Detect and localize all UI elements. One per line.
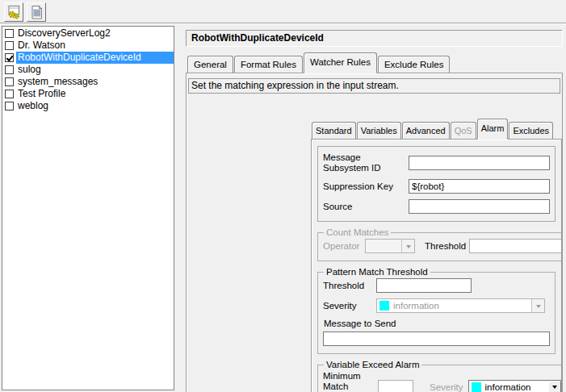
profile-label: sulog <box>16 64 174 76</box>
tab-general[interactable]: General <box>187 56 233 73</box>
variable-exceed-alarm-legend: Variable Exceed Alarm <box>324 360 421 369</box>
variable-exceed-alarm-group: Variable Exceed Alarm Minimum Match Coun… <box>317 360 562 392</box>
profile-list-item[interactable]: DiscoveryServerLog2 <box>2 27 174 40</box>
profile-label: system_messages <box>16 76 174 88</box>
count-matches-group: Count Matches Operator Threshold <box>317 227 562 261</box>
tab-qos: QoS <box>451 122 476 139</box>
profile-label: weblog <box>16 100 174 112</box>
pattern-match-threshold-group: Pattern Match Threshold Threshold Severi… <box>317 267 556 354</box>
variable-severity-label: Severity <box>430 382 463 392</box>
pattern-match-threshold-legend: Pattern Match Threshold <box>324 267 430 277</box>
suppression-key-input[interactable] <box>409 179 550 194</box>
tab-watcher-rules[interactable]: Watcher Rules <box>304 52 377 73</box>
minimum-match-count-label: Minimum Match Count <box>323 371 378 392</box>
main-tabs: General Format Rules Watcher Rules Exclu… <box>187 52 451 73</box>
tab-alarm[interactable]: Alarm <box>477 119 509 140</box>
pattern-severity-label: Severity <box>323 301 376 311</box>
message-subsystem-id-label: Message Subsystem ID <box>323 152 409 173</box>
tab-variables[interactable]: Variables <box>357 122 401 139</box>
profile-label: DiscoveryServerLog2 <box>16 27 174 40</box>
tab-exclude-rules[interactable]: Exclude Rules <box>378 56 451 73</box>
severity-color-swatch <box>379 301 389 311</box>
profile-list-item[interactable]: Dr. Watson <box>2 40 174 52</box>
rule-tabs: Standard Variables Advanced QoS Alarm Ex… <box>312 118 554 139</box>
profile-label: Test Profile <box>16 88 174 100</box>
minimum-match-count-input[interactable] <box>378 380 413 392</box>
variable-severity-combobox[interactable]: information <box>468 380 562 392</box>
source-input[interactable] <box>409 199 550 214</box>
profile-list-item[interactable]: sulog <box>2 64 174 76</box>
tab-standard[interactable]: Standard <box>312 122 356 139</box>
severity-color-swatch <box>472 382 481 392</box>
profiles-list: DiscoveryServerLog2 Dr. Watson RobotWith… <box>2 26 174 390</box>
pattern-severity-dropdown-button <box>531 299 544 312</box>
profile-list-item[interactable]: system_messages <box>2 76 174 88</box>
profile-checkbox[interactable] <box>5 77 14 86</box>
message-subsystem-id-input[interactable] <box>409 156 550 170</box>
tab-excludes[interactable]: Excludes <box>509 122 553 139</box>
chevron-down-icon <box>406 245 411 251</box>
profile-checkbox[interactable] <box>5 90 14 98</box>
chevron-down-icon <box>536 305 541 311</box>
tab-advanced[interactable]: Advanced <box>402 122 450 139</box>
toolbar <box>4 2 46 22</box>
suppression-key-label: Suppression Key <box>323 181 409 192</box>
profile-list-item[interactable]: weblog <box>2 100 174 112</box>
count-matches-legend: Count Matches <box>324 227 391 237</box>
report-grid-icon <box>29 5 44 20</box>
profile-label: RobotWithDuplicateDeviceId <box>16 52 174 64</box>
toolbar-separator <box>0 23 566 24</box>
description-bar: Set the matching expression in the input… <box>188 78 560 94</box>
gears-icon <box>6 5 22 20</box>
profile-checkbox[interactable] <box>5 41 14 50</box>
watcher-config-window: DiscoveryServerLog2 Dr. Watson RobotWith… <box>0 0 566 392</box>
operator-label: Operator <box>323 241 365 252</box>
profile-checkbox[interactable] <box>5 29 14 38</box>
count-threshold-label: Threshold <box>425 241 469 252</box>
chevron-down-icon <box>552 386 557 391</box>
pattern-threshold-input[interactable] <box>376 278 472 293</box>
count-threshold-input[interactable] <box>469 239 562 253</box>
operator-combobox <box>365 239 415 253</box>
profile-checkbox[interactable] <box>5 102 14 111</box>
variable-severity-dropdown-button[interactable] <box>548 381 561 392</box>
profile-list-item[interactable]: Test Profile <box>2 88 174 100</box>
operator-dropdown-button <box>401 240 414 252</box>
profile-title: RobotWithDuplicateDeviceId <box>186 30 563 47</box>
profile-checkbox[interactable] <box>5 65 14 74</box>
profile-tools-button[interactable] <box>4 2 23 22</box>
pattern-severity-combobox: information <box>376 298 545 313</box>
alarm-tab-panel: Message Subsystem ID Suppression Key Sou… <box>311 139 562 392</box>
source-label: Source <box>323 202 409 212</box>
message-to-send-input[interactable] <box>323 332 550 346</box>
profile-checkbox[interactable] <box>5 53 14 62</box>
message-to-send-label: Message to Send <box>324 319 550 328</box>
pattern-threshold-label: Threshold <box>323 281 376 291</box>
profile-list-item[interactable]: RobotWithDuplicateDeviceId <box>2 52 174 64</box>
report-button[interactable] <box>27 2 46 22</box>
profile-label: Dr. Watson <box>16 40 174 52</box>
alarm-id-group: Message Subsystem ID Suppression Key Sou… <box>317 146 556 222</box>
tab-format-rules[interactable]: Format Rules <box>234 56 303 73</box>
